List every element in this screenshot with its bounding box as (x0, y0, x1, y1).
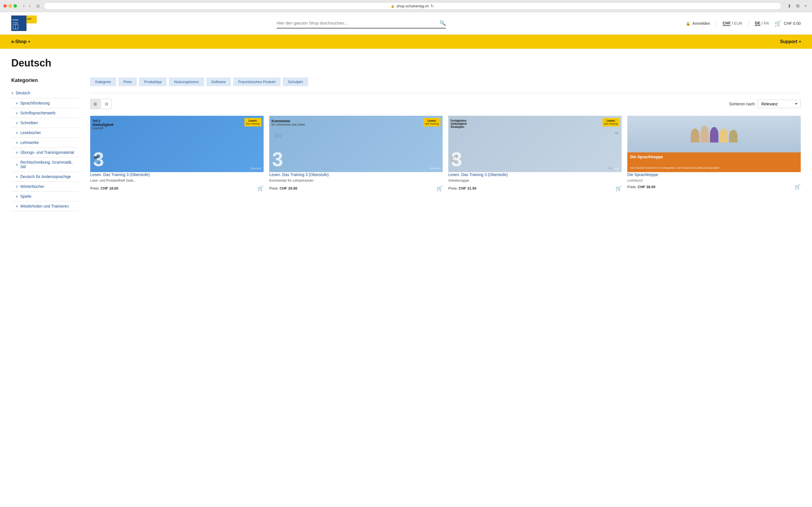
add-to-cart-button-1[interactable]: 🛒 (257, 185, 264, 191)
filter-franzoesisches-produkt[interactable]: Französisches Produkt (233, 77, 281, 86)
logo-area[interactable]: schul verlag plus (11, 15, 37, 31)
cart-section[interactable]: 🛒 CHF 0.00 (774, 20, 801, 27)
divider (90, 93, 801, 93)
tabs-button[interactable]: ⧉ (795, 3, 801, 9)
lang-fr[interactable]: FR (763, 21, 769, 25)
svg-text:verlag: verlag (12, 22, 18, 24)
support-nav-item[interactable]: Support ▾ (780, 35, 801, 49)
list-icon: ⊟ (105, 102, 108, 106)
sidebar-item-spiele[interactable]: ∨ Spiele (11, 191, 79, 202)
sidebar-item-label: Lesebücher (20, 130, 41, 135)
traffic-lights (3, 4, 17, 8)
chevron-down-icon: ∨ (16, 185, 18, 188)
currency-eur[interactable]: EUR (734, 21, 742, 25)
forward-button[interactable]: › (28, 3, 32, 9)
product-price-2: Preis: CHF 20.80 (269, 186, 297, 190)
maximize-button[interactable] (13, 4, 17, 8)
sidebar-item-wiederholen[interactable]: ∨ Wiederholen und Trainieren (11, 202, 79, 211)
sidebar-item-uebungs-material[interactable]: ∨ Übungs- und Trainingsmaterial (11, 148, 79, 158)
lang-de[interactable]: DE (755, 21, 760, 26)
filter-preis[interactable]: Preis (118, 77, 137, 86)
header-top: schul verlag plus 🔍 🔒 Anmelden | C (11, 12, 801, 34)
product-card-4[interactable]: Die Sprachtreppe Den Deutsch-Unterricht … (627, 116, 801, 191)
view-toggles: ⊞ ⊟ (90, 99, 112, 109)
product-price-row-4: Preis: CHF 38.00 🛒 (627, 184, 801, 190)
minimize-button[interactable] (8, 4, 12, 8)
product-card-1[interactable]: Lesen. Das Training Teil 2 Geläufigkeit … (90, 116, 264, 191)
filter-tags: Kategorie Preis Produkttyp Nutzungslizen… (90, 77, 801, 86)
share-button[interactable]: ⬆ (786, 3, 793, 9)
sidebar-item-woerterbuecher[interactable]: ∨ Wörterbücher (11, 182, 79, 191)
product-grid: Lesen. Das Training Teil 2 Geläufigkeit … (90, 116, 801, 191)
currency-chf[interactable]: CHF (723, 21, 731, 26)
grid-view-button[interactable]: ⊞ (90, 99, 100, 109)
sidebar-item-deutsch[interactable]: ∨ Deutsch (11, 88, 79, 98)
sprachtreppe-title: Die Sprachtreppe (627, 153, 801, 161)
product-card-3[interactable]: Lesen. Das Training Fertigkeiten Geläufi… (448, 116, 622, 191)
close-button[interactable] (3, 4, 7, 8)
add-to-cart-button-3[interactable]: 🛒 (615, 185, 622, 191)
support-arrow-icon: ▾ (799, 40, 801, 44)
sidebar-item-lehrwerke[interactable]: ∨ Lehrwerke (11, 138, 79, 148)
sprachtreppe-img (627, 116, 801, 152)
lock-icon: 🔒 (391, 4, 395, 8)
product-image-3: Lesen. Das Training Fertigkeiten Geläufi… (448, 116, 622, 172)
search-bar: 🔍 (276, 18, 446, 29)
filter-kategorie[interactable]: Kategorie (90, 77, 116, 86)
eshop-arrow-icon: ▾ (28, 40, 30, 44)
sort-label: Sortieren nach (729, 102, 755, 106)
sprachtreppe-desc: Den Deutsch-Unterricht in Kindergarten- … (630, 166, 798, 170)
grid-icon: ⊞ (94, 102, 97, 106)
book-number-1: 3 (93, 150, 104, 169)
filter-software[interactable]: Software (206, 77, 231, 86)
currency-sep: / (732, 21, 733, 25)
address-bar[interactable]: 🔒 shop.schulverlag.ch ↻ (44, 2, 781, 10)
reload-button[interactable]: ↻ (430, 4, 434, 8)
login-label: Anmelden (692, 21, 710, 25)
sidebar-item-label: Spiele (20, 194, 31, 199)
sidebar-item-label: Wiederholen und Trainieren (20, 204, 69, 209)
sidebar-item-deutsch-anderssprachige[interactable]: ∨ Deutsch für Anderssprachige (11, 172, 79, 182)
browser-nav: ‹ › (21, 3, 33, 9)
filter-schuljahr[interactable]: Schuljahr (283, 77, 308, 86)
add-to-cart-button-2[interactable]: 🛒 (437, 185, 443, 191)
product-price-3: Preis: CHF 31.50 (448, 186, 476, 190)
sidebar-item-rechtschreibung[interactable]: ∨ Rechtschreibung, Grammatik, Stil (11, 158, 79, 172)
product-card-2[interactable]: Lesen. Das Training Kommentar für Lehrer… (269, 116, 443, 191)
search-button[interactable]: 🔍 (440, 20, 446, 26)
lesen-badge-1: Lesen. Das Training (245, 118, 261, 126)
sidebar-item-sprachfoerderung[interactable]: ∨ Sprachförderung (11, 98, 79, 108)
filter-nutzungslizenz[interactable]: Nutzungslizenz (169, 77, 204, 86)
back-button[interactable]: ‹ (21, 3, 26, 9)
sort-select[interactable]: Relevanz Preis aufsteigend Preis absteig… (758, 100, 801, 108)
lesen-badge-2: Lesen. Das Training (423, 118, 441, 126)
cart-amount: CHF 0.00 (784, 21, 801, 25)
sidebar-item-schreiben[interactable]: ∨ Schreiben (11, 118, 79, 128)
product-title-4: Die Sprachtreppe (627, 172, 801, 177)
eshop-nav-item[interactable]: e-Shop ▾ (11, 35, 30, 49)
product-title-1: Lesen. Das Training 3 (Oberstufe) (90, 172, 264, 177)
product-title-3: Lesen. Das Training 3 (Oberstufe) (448, 172, 622, 177)
chevron-down-icon: ∨ (16, 151, 18, 154)
list-view-button[interactable]: ⊟ (101, 99, 112, 109)
book-level-2: Oberstufe (429, 167, 441, 170)
sidebar-item-label: Deutsch für Anderssprachige (20, 174, 71, 179)
sidebar-toggle[interactable]: ⊡ (35, 3, 42, 9)
chevron-down-icon: ∨ (16, 111, 18, 115)
nav-bar: e-Shop ▾ Support ▾ (0, 35, 812, 49)
header-center: 🔍 (276, 18, 446, 29)
new-tab-button[interactable]: + (803, 3, 809, 9)
auth-section[interactable]: 🔒 Anmelden (686, 21, 710, 25)
browser-actions: ⬆ ⧉ + (786, 3, 809, 9)
lang-sep: / (762, 21, 763, 25)
sidebar-item-label: Deutsch (16, 91, 30, 95)
add-to-cart-button-4[interactable]: 🛒 (795, 184, 801, 190)
sidebar-item-schriftspracherwerb[interactable]: ∨ Schriftspracherwerb (11, 108, 79, 118)
product-desc-1: Lese- und Protokollheft Gelä... (90, 178, 264, 183)
search-input[interactable] (276, 20, 440, 25)
product-price-row-1: Preis: CHF 18.65 🛒 (90, 185, 264, 191)
filter-produkttyp[interactable]: Produkttyp (139, 77, 167, 86)
sidebar-item-lesebuecher[interactable]: ∨ Lesebücher (11, 128, 79, 138)
chevron-down-icon: ∨ (11, 91, 13, 95)
products-area: Kategorie Preis Produkttyp Nutzungslizen… (90, 77, 801, 211)
